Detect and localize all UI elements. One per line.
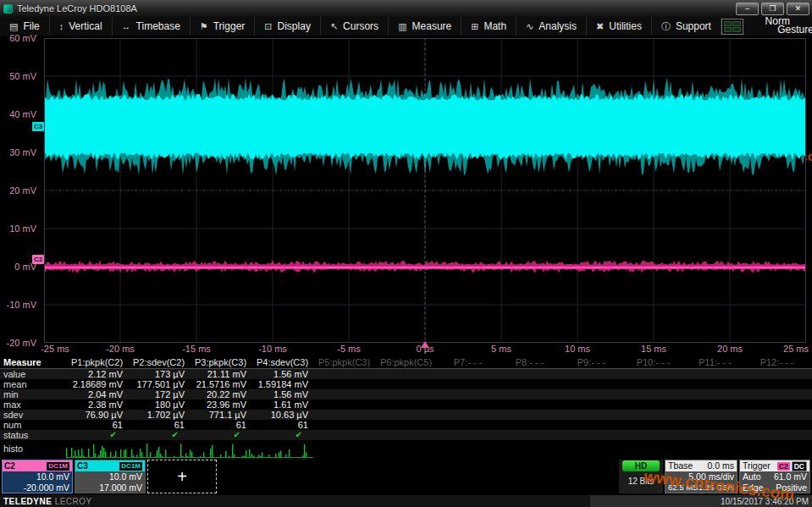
measure-value (684, 379, 746, 389)
measure-param-header[interactable]: P2:sdev(C2) (128, 356, 190, 369)
measure-value (313, 410, 375, 420)
measure-value: 177.501 µV (128, 379, 190, 389)
measure-param-header[interactable]: P5:pkpk(C3) (313, 356, 375, 369)
measure-param-header[interactable]: P6:pkpk(C5) (375, 356, 437, 369)
x-axis-label: -5 ms (322, 344, 376, 354)
channel-box-c2[interactable]: C2 DC1M 10.0 mV -20.000 mV (2, 460, 73, 493)
measure-param-header[interactable]: P7:- - - (437, 356, 499, 369)
measure-param-header[interactable]: P1:pkpk(C2) (66, 356, 128, 369)
measure-param-header[interactable]: P10:- - - (622, 356, 684, 369)
histogram-sparklines (66, 441, 317, 459)
measure-row-sdev: sdev76.90 µV1.702 µV771.1 µV10.63 µV (0, 410, 812, 420)
y-axis-label: 10 mV (0, 223, 36, 234)
status-check-icon (499, 430, 561, 440)
measure-row-histo: histo (0, 440, 812, 459)
measure-value (684, 389, 746, 400)
x-axis-label: -10 ms (246, 344, 300, 354)
measure-value (437, 389, 499, 400)
status-check-icon (746, 430, 808, 440)
x-axis-label: 20 ms (703, 344, 757, 354)
measure-row-label: min (0, 389, 66, 400)
status-check-icon (684, 430, 746, 440)
brand-teledyne: TELEDYNE (3, 497, 52, 506)
measure-value (622, 410, 684, 420)
measure-value: 76.90 µV (66, 410, 128, 420)
measure-row-max: max2.38 mV180 µV23.96 mV1.61 mV (0, 400, 812, 410)
measure-param-header[interactable]: P11:- - - (684, 356, 746, 369)
measure-value (375, 369, 437, 379)
status-check-icon (375, 430, 437, 440)
measure-row-num: num61616161 (0, 420, 812, 430)
status-check-icon (561, 430, 622, 440)
y-axis-label: 40 mV (0, 109, 36, 119)
x-axis-label: 25 ms (769, 344, 812, 354)
measure-table: MeasureP1:pkpk(C2)P2:sdev(C2)P3:pkpk(C3)… (0, 356, 812, 459)
offset-marker-c2[interactable]: C2 (32, 255, 44, 264)
channel-c3-label: C3 (77, 461, 88, 471)
measure-param-header[interactable]: P8:- - - (499, 356, 561, 369)
measure-row-label: sdev (0, 410, 66, 420)
measure-value (746, 369, 808, 379)
measure-value: 2.18689 mV (66, 379, 128, 389)
channel-c3-coupling-badge: DC1M (119, 461, 143, 471)
measure-value: 21.11 mV (190, 369, 251, 379)
measure-value (437, 420, 499, 430)
measure-value: 1.61 mV (251, 400, 313, 410)
measure-row-value: value2.12 mV173 µV21.11 mV1.56 mV (0, 369, 812, 379)
measure-value: 21.5716 mV (190, 379, 251, 389)
trigger-label: Trigger (743, 460, 771, 471)
x-axis-labels: -25 ms-20 ms-15 ms-10 ms-5 ms0 µs5 ms10 … (0, 344, 812, 356)
measure-value: 172 µV (128, 389, 190, 400)
measure-value: 1.56 mV (251, 369, 313, 379)
measure-value: 10.63 µV (251, 410, 313, 420)
brand-logo: TELEDYNE LECROY (0, 497, 92, 506)
waveform-canvas (44, 38, 806, 343)
y-axis-labels: 60 mV50 mV40 mV30 mV20 mV10 mV0 mV-10 mV… (0, 38, 41, 348)
status-bar: TELEDYNE LECROY 10/15/2017 3:46:20 PM (0, 495, 812, 507)
measure-value (684, 400, 746, 410)
graticule: www.cntronics.com (44, 38, 806, 343)
measure-value (561, 420, 622, 430)
measure-value (313, 400, 375, 410)
measure-param-header[interactable]: P4:sdev(C3) (251, 356, 313, 369)
measure-row-status: status✔✔✔✔ (0, 430, 812, 440)
add-trace-button[interactable]: + (147, 460, 217, 493)
trigger-level: 61.0 mV (774, 471, 807, 482)
channel-box-c3[interactable]: C3 DC1M 10.0 mV 17.000 mV (75, 460, 146, 493)
x-axis-label: -20 ms (93, 344, 147, 354)
measure-value (622, 400, 684, 410)
measure-value (375, 410, 437, 420)
x-axis-label: -25 ms (28, 344, 82, 354)
status-check-icon (622, 430, 684, 440)
measure-value (499, 379, 561, 389)
measure-value (561, 410, 622, 420)
measure-param-header[interactable]: P9:- - - (561, 356, 622, 369)
measure-value (375, 420, 437, 430)
measure-value (499, 369, 561, 379)
measure-row-label: value (0, 369, 66, 379)
measure-param-header[interactable]: P12:- - - (746, 356, 808, 369)
status-check-icon: ✔ (190, 430, 251, 440)
measure-value (684, 410, 746, 420)
trace-c3 (44, 94, 806, 160)
measure-value: 20.22 mV (190, 389, 251, 400)
measure-value: 173 µV (128, 369, 190, 379)
measure-value (622, 379, 684, 389)
measure-value (622, 389, 684, 400)
measure-param-header[interactable]: P3:pkpk(C3) (190, 356, 251, 369)
channel-c3-vdiv: 10.0 mV (78, 471, 142, 482)
offset-marker-c3[interactable]: C3 (32, 122, 44, 131)
measure-row-label: max (0, 400, 66, 410)
histo-row-label: histo (3, 444, 23, 454)
measure-value (375, 389, 437, 400)
measure-value (622, 369, 684, 379)
measure-row-min: min2.04 mV172 µV20.22 mV1.56 mV (0, 389, 812, 400)
y-axis-label: -10 mV (0, 300, 36, 310)
trigger-time-marker[interactable] (421, 341, 429, 348)
channel-c2-label: C2 (4, 461, 15, 471)
status-check-icon: ✔ (128, 430, 190, 440)
measure-value (313, 379, 375, 389)
y-axis-label: 30 mV (0, 147, 36, 157)
measure-row-label: num (0, 420, 66, 430)
measure-value (313, 369, 375, 379)
